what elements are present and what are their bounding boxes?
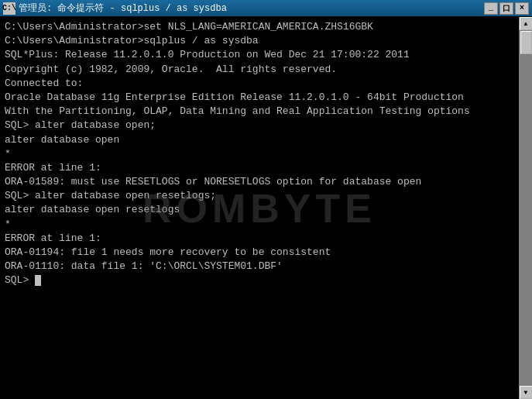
terminal-line: * [5, 147, 514, 161]
terminal-line: SQL> alter database open; [5, 119, 514, 132]
window-controls: _ 口 × [484, 2, 529, 15]
window-icon: C:\ [3, 2, 15, 15]
terminal-line: C:\Users\Administrator>set NLS_LANG=AMER… [5, 20, 514, 34]
close-button[interactable]: × [515, 2, 529, 15]
terminal-line: Oracle Database 11g Enterprise Edition R… [5, 91, 514, 105]
terminal-line: ERROR at line 1: [5, 161, 514, 175]
terminal-line: * [5, 218, 514, 232]
vertical-scrollbar: ▲ ▼ [519, 17, 532, 399]
terminal-line: C:\Users\Administrator>sqlplus / as sysd… [5, 34, 514, 48]
window: C:\ 管理员: 命令提示符 - sqlplus / as sysdba _ 口… [0, 0, 532, 399]
terminal-line: SQL> [5, 273, 514, 287]
terminal-line: ORA-01194: file 1 needs more recovery to… [5, 246, 514, 260]
terminal-line: SQL*Plus: Release 11.2.0.1.0 Production … [5, 48, 514, 62]
terminal-lines: C:\Users\Administrator>set NLS_LANG=AMER… [5, 20, 514, 288]
terminal-line: Connected to: [5, 77, 514, 91]
terminal-line: With the Partitioning, OLAP, Data Mining… [5, 105, 514, 119]
terminal-line: ORA-01589: must use RESETLOGS or NORESET… [5, 175, 514, 189]
terminal-line: SQL> alter database open resetlogs; [5, 189, 514, 203]
terminal-wrapper: C:\Users\Administrator>set NLS_LANG=AMER… [0, 17, 532, 399]
restore-button[interactable]: 口 [499, 2, 513, 15]
terminal-line: alter database open [5, 133, 514, 147]
scroll-thumb[interactable] [520, 31, 532, 54]
terminal-line: ORA-01110: data file 1: 'C:\ORCL\SYSTEM0… [5, 260, 514, 273]
title-bar: C:\ 管理员: 命令提示符 - sqlplus / as sysdba _ 口… [0, 0, 532, 17]
terminal-content[interactable]: C:\Users\Administrator>set NLS_LANG=AMER… [0, 17, 519, 399]
terminal-line: Copyright (c) 1982, 2009, Oracle. All ri… [5, 63, 514, 77]
title-bar-text: 管理员: 命令提示符 - sqlplus / as sysdba [19, 2, 484, 15]
scroll-up-button[interactable]: ▲ [520, 17, 533, 30]
terminal-line: ERROR at line 1: [5, 232, 514, 246]
terminal-line: alter database open resetlogs [5, 203, 514, 217]
scroll-down-button[interactable]: ▼ [520, 386, 533, 399]
terminal-cursor [35, 275, 41, 286]
scroll-track[interactable] [520, 30, 533, 386]
minimize-button[interactable]: _ [484, 2, 498, 15]
